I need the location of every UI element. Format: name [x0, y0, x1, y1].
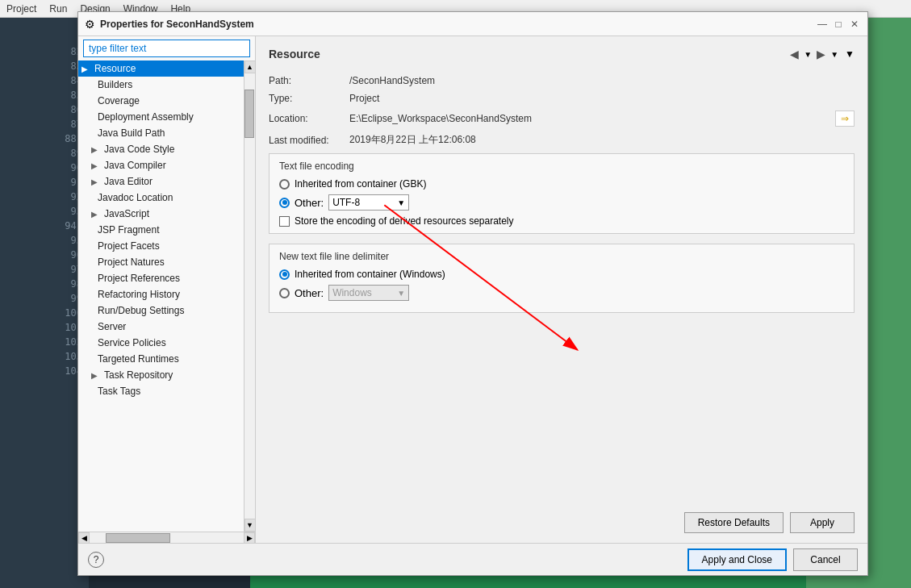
last-modified-value: 2019年8月22日 上午12:06:08 — [349, 133, 855, 147]
other-delimiter-row: Other: Windows ▼ — [279, 285, 844, 301]
line-numbers: 82 83 84 85 86 87 88- 89 90 91 92 93 94-… — [0, 0, 89, 588]
sidebar-item-targeted-runtimes[interactable]: Targeted Runtimes — [78, 351, 244, 367]
delimiter-select[interactable]: Windows ▼ — [328, 285, 409, 301]
resource-section: Path: /SeconHandSystem Type: Project Loc… — [269, 75, 855, 503]
scrollbar-track — [244, 73, 255, 519]
encoding-select[interactable]: UTF-8 ▼ — [328, 194, 409, 211]
other-encoding-label: Other: — [295, 197, 324, 209]
forward-arrow-dropdown[interactable]: ▼ — [830, 50, 838, 59]
expand-arrow-icon: ▶ — [91, 210, 101, 219]
panel-action-buttons: Restore Defaults Apply — [269, 503, 855, 533]
help-button[interactable]: ? — [88, 552, 104, 568]
maximize-button[interactable]: □ — [832, 18, 845, 31]
sidebar-item-project-references[interactable]: Project References — [78, 270, 244, 286]
expand-arrow-icon: ▶ — [81, 65, 91, 73]
right-panel: Resource ◀ ▼ ▶ ▼ ▼ Path: /SeconHandSyste… — [256, 36, 867, 543]
location-label: Location: — [269, 113, 349, 124]
sidebar-item-run-debug-settings[interactable]: Run/Debug Settings — [78, 302, 244, 319]
inherited-delimiter-radio[interactable] — [279, 269, 290, 280]
expand-arrow-icon: ▶ — [91, 177, 101, 186]
panel-menu-dropdown[interactable]: ▼ — [845, 48, 855, 60]
other-delimiter-radio[interactable] — [279, 288, 290, 298]
sidebar-item-coverage[interactable]: Coverage — [78, 93, 244, 109]
dialog-body: ▶ Resource Builders Coverage Deployment … — [78, 36, 867, 543]
line-num: 97 — [0, 262, 89, 277]
scrollbar-thumb[interactable] — [244, 90, 254, 138]
encoding-value: UTF-8 — [332, 197, 360, 208]
sidebar-item-java-editor[interactable]: ▶ Java Editor — [78, 173, 244, 190]
sidebar-item-task-repository[interactable]: ▶ Task Repository — [78, 367, 244, 383]
sidebar-item-server[interactable]: Server — [78, 319, 244, 335]
location-browse-button[interactable]: ⇒ — [835, 111, 855, 127]
last-modified-label: Last modified: — [269, 135, 349, 146]
sidebar-item-label: Task Repository — [104, 369, 173, 381]
scroll-down-button[interactable]: ▼ — [244, 519, 256, 532]
sidebar-item-builders[interactable]: Builders — [78, 77, 244, 93]
sidebar-item-java-code-style[interactable]: ▶ Java Code Style — [78, 141, 244, 157]
horizontal-scrollbar: ◀ ▶ — [78, 532, 255, 543]
nav-scrollbar: ▲ ▼ — [244, 60, 255, 532]
close-button[interactable]: ✕ — [848, 18, 861, 31]
scroll-left-button[interactable]: ◀ — [78, 532, 90, 544]
store-encoding-checkbox-row: Store the encoding of derived resources … — [279, 215, 844, 227]
line-num: 103 — [0, 349, 89, 364]
last-modified-row: Last modified: 2019年8月22日 上午12:06:08 — [269, 133, 855, 147]
menu-run[interactable]: Run — [49, 3, 67, 15]
sidebar-item-java-compiler[interactable]: ▶ Java Compiler — [78, 157, 244, 173]
scroll-up-button[interactable]: ▲ — [244, 60, 256, 73]
other-encoding-radio[interactable] — [279, 198, 290, 208]
bottom-bar: ? Apply and Close Cancel — [78, 543, 867, 575]
h-scrollbar-thumb[interactable] — [106, 533, 170, 543]
inherited-delimiter-radio-row: Inherited from container (Windows) — [279, 269, 844, 280]
apply-and-close-button[interactable]: Apply and Close — [687, 548, 787, 571]
sidebar-item-service-policies[interactable]: Service Policies — [78, 335, 244, 351]
forward-button[interactable]: ▶ — [815, 46, 827, 62]
sidebar-item-label: Project Natures — [98, 256, 165, 268]
sidebar-item-refactoring-history[interactable]: Refactoring History — [78, 286, 244, 302]
sidebar-item-jsp-fragment[interactable]: JSP Fragment — [78, 222, 244, 238]
inherited-encoding-radio-row: Inherited from container (GBK) — [279, 178, 844, 190]
line-num: 87 — [0, 117, 89, 131]
line-num: 99 — [0, 291, 89, 306]
path-label: Path: — [269, 75, 349, 86]
line-num: 90 — [0, 161, 89, 175]
scroll-right-button[interactable]: ▶ — [244, 532, 255, 544]
menu-project[interactable]: Project — [6, 3, 36, 15]
back-arrow-dropdown[interactable]: ▼ — [804, 50, 812, 59]
inherited-delimiter-label: Inherited from container (Windows) — [295, 269, 445, 280]
type-label: Type: — [269, 93, 349, 104]
dialog-titlebar: ⚙ Properties for SeconHandSystem — □ ✕ — [78, 12, 867, 36]
panel-nav-arrows: ◀ ▼ ▶ ▼ ▼ — [788, 46, 855, 62]
sidebar-item-project-natures[interactable]: Project Natures — [78, 254, 244, 270]
sidebar-item-label: Builders — [98, 79, 132, 90]
cancel-button[interactable]: Cancel — [793, 548, 858, 571]
sidebar-item-label: Java Editor — [104, 176, 153, 187]
store-encoding-label: Store the encoding of derived resources … — [295, 215, 514, 227]
sidebar-item-project-facets[interactable]: Project Facets — [78, 238, 244, 254]
line-num: 100 — [0, 306, 89, 320]
store-encoding-checkbox[interactable] — [279, 216, 290, 227]
expand-arrow-icon: ▶ — [91, 371, 101, 380]
sidebar-item-javascript[interactable]: ▶ JavaScript — [78, 206, 244, 222]
line-num: 83 — [0, 59, 89, 73]
back-button[interactable]: ◀ — [788, 46, 800, 62]
apply-button[interactable]: Apply — [790, 512, 855, 533]
line-num: 95 — [0, 233, 89, 248]
location-value: E:\Eclipse_Workspace\SeconHandSystem — [349, 113, 829, 124]
minimize-button[interactable]: — — [816, 18, 829, 31]
sidebar-item-label: Task Tags — [98, 386, 140, 397]
inherited-encoding-radio[interactable] — [279, 179, 290, 190]
sidebar-item-javadoc-location[interactable]: Javadoc Location — [78, 190, 244, 206]
restore-defaults-button[interactable]: Restore Defaults — [684, 512, 784, 533]
sidebar-item-deployment-assembly[interactable]: Deployment Assembly — [78, 109, 244, 125]
filter-input[interactable] — [83, 40, 250, 57]
sidebar-item-task-tags[interactable]: Task Tags — [78, 383, 244, 399]
properties-dialog: ⚙ Properties for SeconHandSystem — □ ✕ ▶… — [77, 11, 868, 576]
sidebar-item-java-build-path[interactable]: Java Build Path — [78, 125, 244, 141]
dialog-title-icon: ⚙ — [85, 18, 95, 31]
left-panel: ▶ Resource Builders Coverage Deployment … — [78, 36, 256, 543]
sidebar-item-label: Run/Debug Settings — [98, 305, 184, 316]
line-num: 91 — [0, 175, 89, 190]
sidebar-item-label: Javadoc Location — [98, 192, 173, 203]
sidebar-item-resource[interactable]: ▶ Resource — [78, 60, 244, 77]
